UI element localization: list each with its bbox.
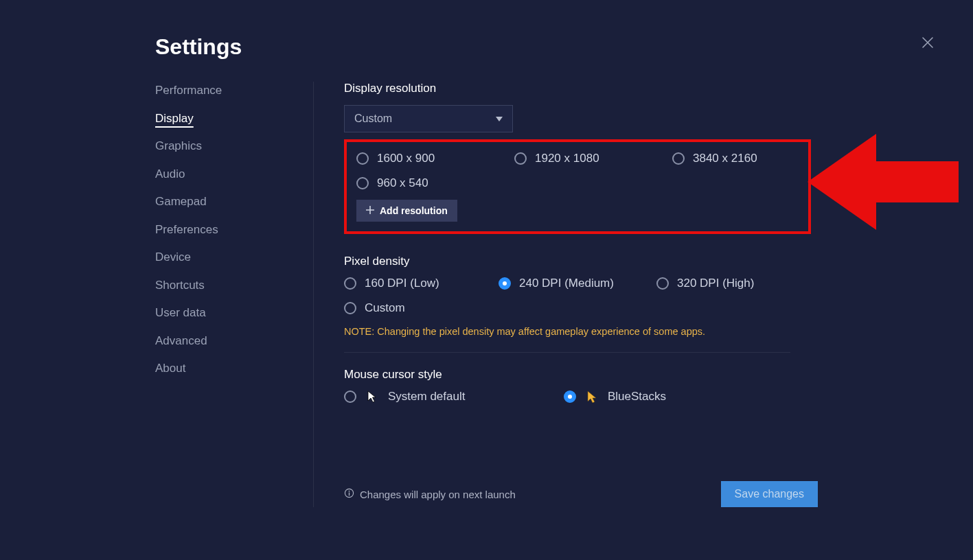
radio-icon [656,277,669,290]
radio-icon [672,152,685,165]
radio-label: 1600 x 900 [377,152,435,165]
system-cursor-icon [366,390,378,403]
radio-resolution-960x540[interactable]: 960 x 540 [356,176,514,190]
page-title: Settings [155,34,973,60]
radio-dpi-320[interactable]: 320 DPI (High) [656,277,794,290]
section-pixel-density: Pixel density [344,255,959,268]
radio-cursor-bluestacks[interactable]: BlueStacks [564,390,783,404]
sidebar-item-device[interactable]: Device [155,248,299,266]
sidebar-item-audio[interactable]: Audio [155,165,299,183]
radio-icon [499,277,511,290]
radio-label: 320 DPI (High) [677,277,754,290]
resolution-dropdown[interactable]: Custom [344,105,513,132]
radio-resolution-1600x900[interactable]: 1600 x 900 [356,152,514,165]
radio-dpi-custom[interactable]: Custom [344,301,499,315]
sidebar-item-graphics[interactable]: Graphics [155,137,299,155]
resolution-dropdown-value: Custom [354,113,392,125]
radio-label: 960 x 540 [377,176,428,190]
info-icon [344,488,354,500]
section-mouse-cursor: Mouse cursor style [344,368,959,382]
radio-label: System default [388,390,465,404]
radio-cursor-system-default[interactable]: System default [344,390,564,404]
radio-dpi-240[interactable]: 240 DPI (Medium) [499,277,656,290]
add-resolution-label: Add resolution [380,205,448,216]
footer-info-text: Changes will apply on next launch [360,489,516,500]
radio-resolution-1920x1080[interactable]: 1920 x 1080 [514,152,672,165]
sidebar-item-gamepad[interactable]: Gamepad [155,193,299,211]
radio-icon [356,152,369,165]
radio-label: 160 DPI (Low) [365,277,439,290]
radio-label: 3840 x 2160 [693,152,757,165]
radio-resolution-3840x2160[interactable]: 3840 x 2160 [672,152,810,165]
radio-label: 1920 x 1080 [535,152,599,165]
sidebar-item-about[interactable]: About [155,360,299,377]
radio-icon [344,277,356,290]
svg-point-1 [349,491,350,492]
sidebar-item-display[interactable]: Display [155,110,299,128]
add-resolution-button[interactable]: Add resolution [356,200,457,222]
radio-icon [564,390,576,403]
radio-label: BlueStacks [608,390,666,404]
plus-icon [366,205,374,216]
resolution-options-highlight: 1600 x 900 1920 x 1080 3840 x 2160 960 x… [344,139,811,234]
save-changes-button[interactable]: Save changes [721,481,818,507]
settings-sidebar: Performance Display Graphics Audio Gamep… [155,82,313,507]
sidebar-item-advanced[interactable]: Advanced [155,332,299,350]
radio-icon [514,152,527,165]
radio-icon [344,390,356,403]
sidebar-item-performance[interactable]: Performance [155,82,299,100]
radio-dpi-160[interactable]: 160 DPI (Low) [344,277,499,290]
pixel-density-note: NOTE: Changing the pixel density may aff… [344,326,959,337]
radio-icon [344,302,356,314]
close-icon[interactable] [921,36,935,52]
radio-icon [356,177,369,189]
radio-label: Custom [365,301,405,315]
section-display-resolution: Display resolution [344,82,959,95]
sidebar-item-shortcuts[interactable]: Shortcuts [155,277,299,294]
radio-label: 240 DPI (Medium) [519,277,614,290]
chevron-down-icon [496,113,503,125]
svg-rect-2 [349,493,350,496]
sidebar-item-user-data[interactable]: User data [155,304,299,322]
section-divider [344,352,790,353]
sidebar-item-preferences[interactable]: Preferences [155,221,299,239]
bluestacks-cursor-icon [586,390,598,403]
